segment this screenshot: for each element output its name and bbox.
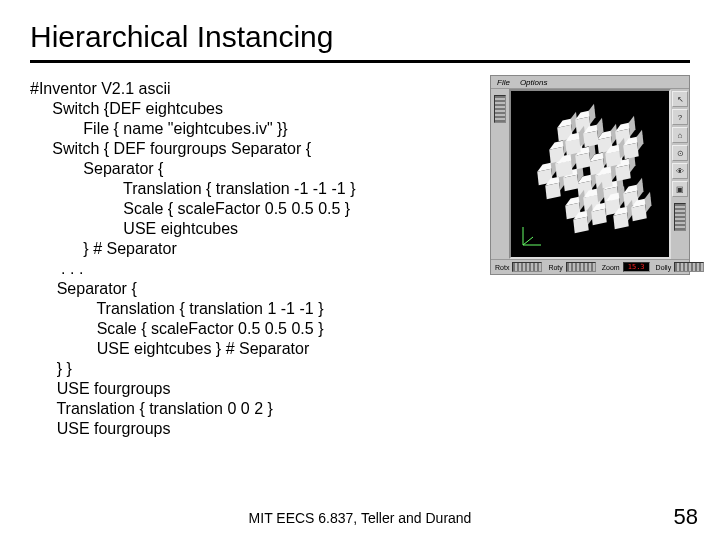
camera-icon[interactable]: ▣ (672, 181, 688, 197)
slide: Hierarchical Instancing #Inventor V2.1 a… (0, 0, 720, 540)
target-icon[interactable]: ⊙ (672, 145, 688, 161)
viewer-main: ↖ ? ⌂ ⊙ 👁 ▣ (491, 89, 689, 259)
slide-footer: MIT EECS 6.837, Teller and Durand (0, 510, 720, 526)
vertical-thumbwheel-right[interactable] (674, 203, 686, 231)
svg-line-2 (523, 237, 533, 245)
home-icon[interactable]: ⌂ (672, 127, 688, 143)
pointer-icon[interactable]: ↖ (672, 91, 688, 107)
eye-icon[interactable]: 👁 (672, 163, 688, 179)
vertical-thumbwheel-left[interactable] (494, 95, 506, 123)
page-number: 58 (674, 504, 698, 530)
left-toolbar (491, 89, 509, 259)
zoom-readout: 15.3 (623, 262, 650, 272)
menu-file[interactable]: File (497, 78, 510, 87)
viewer-statusbar: Rotx Roty Zoom 15.3 Dolly (491, 259, 689, 274)
menu-options[interactable]: Options (520, 78, 548, 87)
iv-viewer-window: File Options (490, 75, 690, 275)
code-listing: #Inventor V2.1 ascii Switch {DEF eightcu… (30, 79, 486, 439)
slide-body: #Inventor V2.1 ascii Switch {DEF eightcu… (30, 79, 690, 439)
slide-title: Hierarchical Instancing (30, 20, 690, 54)
dolly-thumbwheel[interactable] (674, 262, 704, 272)
title-rule (30, 60, 690, 63)
viewer-menubar: File Options (491, 76, 689, 89)
zoom-label: Zoom (602, 264, 620, 271)
viewer-canvas[interactable] (509, 89, 671, 259)
rotx-label: Rotx (495, 264, 509, 271)
roty-label: Roty (548, 264, 562, 271)
dolly-label: Dolly (656, 264, 672, 271)
rotx-thumbwheel[interactable] (512, 262, 542, 272)
right-toolbar: ↖ ? ⌂ ⊙ 👁 ▣ (671, 89, 689, 259)
axes-gizmo (519, 223, 545, 249)
help-icon[interactable]: ? (672, 109, 688, 125)
roty-thumbwheel[interactable] (566, 262, 596, 272)
